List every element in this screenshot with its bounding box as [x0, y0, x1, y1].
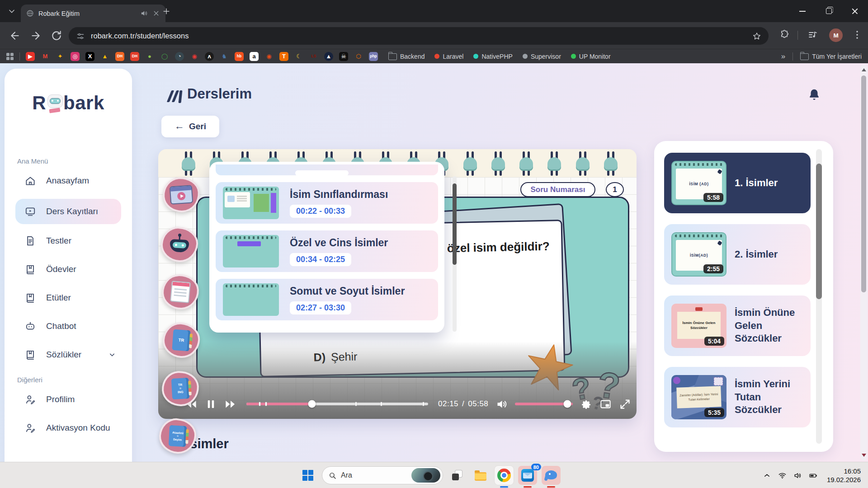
elephant-app-button[interactable] [542, 466, 561, 485]
bookmark-laravel[interactable]: Laravel [434, 53, 463, 60]
fullscreen-icon[interactable] [619, 398, 631, 410]
photos-favicon[interactable]: ✦ [56, 52, 65, 61]
bookmark-nativephp[interactable]: NativePHP [473, 53, 512, 60]
sidebar-item-profilim[interactable]: Profilim [15, 389, 121, 410]
ls-favicon[interactable]: LS [309, 52, 318, 61]
tab-audio-icon[interactable] [140, 9, 148, 17]
t-square-favicon[interactable]: T [279, 52, 288, 61]
site-controls-icon[interactable] [76, 32, 85, 41]
power-favicon[interactable]: ◯ [160, 52, 169, 61]
sidebar-item-ödevler[interactable]: Ödevler [15, 259, 121, 280]
task-view-button[interactable] [448, 466, 467, 485]
chrome-taskbar-button[interactable] [495, 466, 514, 485]
browser-tab[interactable]: Robark Eğitim [21, 5, 165, 22]
playlist-scrollbar[interactable] [816, 149, 822, 444]
progress-handle[interactable] [308, 400, 316, 408]
url-bar[interactable]: robark.com.tr/student/lessons [69, 27, 769, 45]
php-favicon[interactable]: php [369, 52, 378, 61]
bookmark-backend[interactable]: Backend [388, 52, 425, 60]
pirate-favicon[interactable]: ☠ [339, 52, 348, 61]
bookmarks-all-folder[interactable]: Tüm Yer İşaretleri [800, 52, 862, 60]
forward-button[interactable] [224, 398, 236, 410]
taskbar-clock[interactable]: 16:05 19.02.2026 [827, 467, 861, 484]
progress-bar[interactable] [246, 403, 428, 405]
youtube-favicon[interactable]: ▶ [26, 52, 35, 61]
scrollbar-down-arrow[interactable] [862, 454, 866, 457]
back-nav-icon[interactable] [9, 30, 21, 42]
tab-close-icon[interactable] [152, 9, 160, 17]
page-scrollbar-thumb[interactable] [861, 75, 866, 292]
bookmark-supervisor[interactable]: Supervisor [523, 53, 561, 60]
tab-search-icon[interactable] [7, 7, 16, 16]
sidebar-item-etütler[interactable]: Etütler [15, 287, 121, 308]
drive-favicon[interactable]: ▲ [100, 52, 109, 61]
sidebar-item-sözlükler[interactable]: Sözlükler [15, 344, 121, 365]
gmail-favicon[interactable]: M [41, 52, 50, 61]
start-button[interactable] [298, 466, 317, 485]
bookmark-up-monitor[interactable]: UP Monitor [571, 53, 611, 60]
bookmarks-overflow-icon[interactable]: » [781, 52, 785, 61]
new-tab-button[interactable] [162, 7, 171, 16]
profile-avatar[interactable]: M [829, 28, 843, 42]
dh-orange-favicon[interactable]: DH [115, 52, 124, 61]
bull-favicon[interactable]: ♞ [220, 52, 229, 61]
sidebar-item-aktivasyon-kodu[interactable]: Aktivasyon Kodu [15, 418, 121, 438]
chapter-item-partial[interactable] [216, 164, 438, 175]
window-minimize-button[interactable] [789, 0, 816, 22]
window-restore-button[interactable] [816, 0, 842, 22]
reload-icon[interactable] [51, 30, 62, 42]
t-ring-favicon[interactable]: ◉ [264, 52, 274, 61]
settings-gear-icon[interactable] [580, 398, 592, 410]
moon-favicon[interactable]: ☾ [294, 52, 303, 61]
pause-button[interactable] [205, 398, 217, 410]
media-controls-icon[interactable] [807, 29, 818, 40]
instagram-favicon[interactable]: ◎ [71, 52, 80, 61]
battery-icon[interactable] [809, 471, 817, 480]
pip-icon[interactable] [599, 398, 612, 410]
playlist-item[interactable]: İSİM(AD)2:552. İsimler [664, 224, 811, 285]
volume-handle[interactable] [563, 400, 571, 408]
gauge-favicon[interactable]: ◔ [175, 52, 184, 61]
notification-bell-icon[interactable] [807, 88, 821, 102]
rocket-favicon[interactable]: ▲ [324, 52, 333, 61]
amazon-favicon[interactable]: a [250, 52, 259, 61]
page-scrollbar[interactable] [860, 65, 867, 460]
chapters-scrollbar[interactable] [453, 176, 457, 332]
sidebar-item-ders-kayıtları[interactable]: Ders Kayıtları [15, 199, 121, 224]
volume-icon[interactable] [495, 398, 508, 410]
browser-menu-icon[interactable] [852, 29, 863, 40]
bookmark-star-icon[interactable] [752, 32, 761, 41]
hb-favicon[interactable]: hb [235, 52, 244, 61]
x-favicon[interactable]: X [85, 52, 94, 61]
chapter-item[interactable]: Somut ve Soyut İsimler02:27 - 03:30 [216, 279, 438, 320]
sidebar-item-testler[interactable]: Testler [15, 230, 121, 251]
dh-red-favicon[interactable]: DH [130, 52, 139, 61]
signal-favicon[interactable]: ◉ [190, 52, 199, 61]
extensions-icon[interactable] [779, 29, 790, 40]
tray-chevron-icon[interactable] [763, 471, 771, 480]
window-close-button[interactable] [842, 0, 868, 22]
chapters-scrollbar-thumb[interactable] [453, 183, 457, 265]
forward-nav-icon[interactable] [30, 30, 42, 42]
sidebar-item-chatbot[interactable]: Chatbot [15, 316, 121, 337]
app-logo[interactable]: R bark [5, 92, 132, 114]
playlist-item[interactable]: İSİM (AD)5:581. İsimler [664, 153, 811, 213]
hexagons-favicon[interactable]: ⬡ [354, 52, 363, 61]
mail-taskbar-button[interactable]: 80 [518, 466, 537, 485]
file-explorer-button[interactable] [471, 466, 490, 485]
search-widget-image[interactable] [411, 468, 440, 483]
chapter-item[interactable]: Özel ve Cins İsimler00:34 - 02:25 [216, 230, 438, 272]
playlist-item[interactable]: İsmin Önüne Gelen Sözcükler5:04İsmin Önü… [664, 296, 811, 356]
playlist-item[interactable]: Zamirler (Adıllar): İsim Yerini Tutan Ke… [664, 367, 811, 427]
rabbit-favicon[interactable]: ʌ [205, 52, 214, 61]
volume-tray-icon[interactable] [793, 471, 802, 480]
playlist-scrollbar-thumb[interactable] [816, 164, 822, 299]
sidebar-item-anasayfam[interactable]: Anasayfam [15, 170, 121, 191]
back-button[interactable]: ← Geri [161, 116, 219, 137]
scrollbar-up-arrow[interactable] [862, 68, 866, 71]
wifi-icon[interactable] [778, 471, 787, 480]
chapter-item[interactable]: İsim Sınıflandırması00:22 - 00:33 [216, 182, 438, 224]
apps-grid-icon[interactable] [6, 53, 14, 60]
taskbar-search[interactable]: Ara [322, 466, 443, 484]
leaf-favicon[interactable]: ● [145, 52, 154, 61]
